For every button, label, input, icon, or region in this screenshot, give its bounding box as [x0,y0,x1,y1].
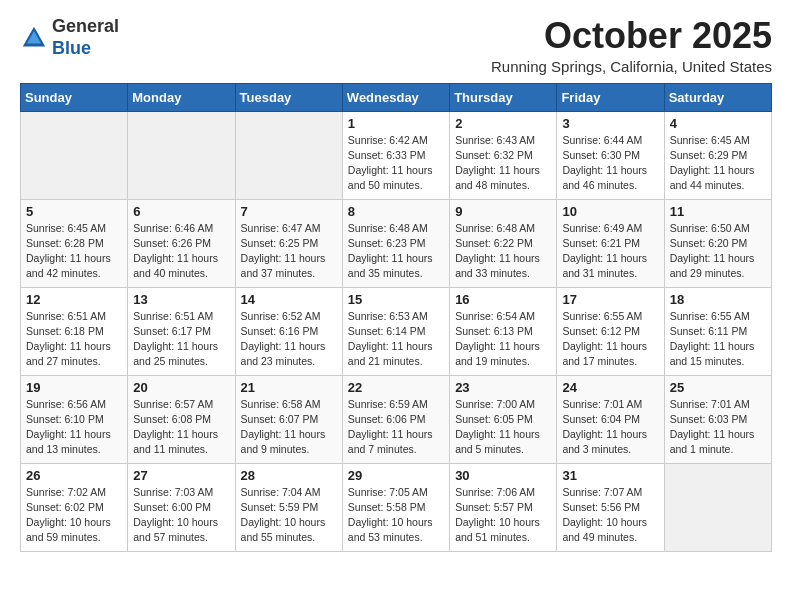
calendar-cell: 11Sunrise: 6:50 AM Sunset: 6:20 PM Dayli… [664,199,771,287]
day-number: 23 [455,380,551,395]
logo: General Blue [20,16,119,59]
header-friday: Friday [557,83,664,111]
day-info: Sunrise: 6:54 AM Sunset: 6:13 PM Dayligh… [455,309,551,370]
day-number: 29 [348,468,444,483]
header-wednesday: Wednesday [342,83,449,111]
day-info: Sunrise: 7:02 AM Sunset: 6:02 PM Dayligh… [26,485,122,546]
calendar-cell: 4Sunrise: 6:45 AM Sunset: 6:29 PM Daylig… [664,111,771,199]
calendar-cell [21,111,128,199]
header-monday: Monday [128,83,235,111]
day-info: Sunrise: 6:48 AM Sunset: 6:23 PM Dayligh… [348,221,444,282]
calendar-cell: 15Sunrise: 6:53 AM Sunset: 6:14 PM Dayli… [342,287,449,375]
day-info: Sunrise: 6:51 AM Sunset: 6:17 PM Dayligh… [133,309,229,370]
day-number: 19 [26,380,122,395]
logo-icon [20,24,48,52]
day-info: Sunrise: 7:00 AM Sunset: 6:05 PM Dayligh… [455,397,551,458]
day-number: 12 [26,292,122,307]
calendar-cell: 5Sunrise: 6:45 AM Sunset: 6:28 PM Daylig… [21,199,128,287]
day-info: Sunrise: 6:46 AM Sunset: 6:26 PM Dayligh… [133,221,229,282]
calendar-cell: 9Sunrise: 6:48 AM Sunset: 6:22 PM Daylig… [450,199,557,287]
calendar-cell: 1Sunrise: 6:42 AM Sunset: 6:33 PM Daylig… [342,111,449,199]
calendar-cell: 28Sunrise: 7:04 AM Sunset: 5:59 PM Dayli… [235,463,342,551]
day-number: 5 [26,204,122,219]
day-number: 21 [241,380,337,395]
calendar-cell: 22Sunrise: 6:59 AM Sunset: 6:06 PM Dayli… [342,375,449,463]
day-info: Sunrise: 7:01 AM Sunset: 6:03 PM Dayligh… [670,397,766,458]
calendar-cell: 30Sunrise: 7:06 AM Sunset: 5:57 PM Dayli… [450,463,557,551]
calendar-cell [235,111,342,199]
day-info: Sunrise: 6:59 AM Sunset: 6:06 PM Dayligh… [348,397,444,458]
day-number: 1 [348,116,444,131]
day-number: 13 [133,292,229,307]
day-info: Sunrise: 6:45 AM Sunset: 6:29 PM Dayligh… [670,133,766,194]
calendar-cell: 21Sunrise: 6:58 AM Sunset: 6:07 PM Dayli… [235,375,342,463]
day-number: 31 [562,468,658,483]
day-info: Sunrise: 6:57 AM Sunset: 6:08 PM Dayligh… [133,397,229,458]
week-row-1: 1Sunrise: 6:42 AM Sunset: 6:33 PM Daylig… [21,111,772,199]
calendar-cell: 8Sunrise: 6:48 AM Sunset: 6:23 PM Daylig… [342,199,449,287]
day-number: 7 [241,204,337,219]
calendar-cell: 2Sunrise: 6:43 AM Sunset: 6:32 PM Daylig… [450,111,557,199]
day-info: Sunrise: 7:05 AM Sunset: 5:58 PM Dayligh… [348,485,444,546]
week-row-5: 26Sunrise: 7:02 AM Sunset: 6:02 PM Dayli… [21,463,772,551]
day-number: 25 [670,380,766,395]
day-number: 8 [348,204,444,219]
calendar-cell: 3Sunrise: 6:44 AM Sunset: 6:30 PM Daylig… [557,111,664,199]
logo-general-text: General [52,16,119,36]
calendar-cell: 10Sunrise: 6:49 AM Sunset: 6:21 PM Dayli… [557,199,664,287]
day-number: 4 [670,116,766,131]
day-info: Sunrise: 6:51 AM Sunset: 6:18 PM Dayligh… [26,309,122,370]
calendar-cell [664,463,771,551]
day-info: Sunrise: 6:50 AM Sunset: 6:20 PM Dayligh… [670,221,766,282]
day-info: Sunrise: 6:58 AM Sunset: 6:07 PM Dayligh… [241,397,337,458]
day-number: 22 [348,380,444,395]
calendar-cell: 20Sunrise: 6:57 AM Sunset: 6:08 PM Dayli… [128,375,235,463]
calendar-cell: 29Sunrise: 7:05 AM Sunset: 5:58 PM Dayli… [342,463,449,551]
day-info: Sunrise: 7:06 AM Sunset: 5:57 PM Dayligh… [455,485,551,546]
day-info: Sunrise: 6:52 AM Sunset: 6:16 PM Dayligh… [241,309,337,370]
day-info: Sunrise: 7:04 AM Sunset: 5:59 PM Dayligh… [241,485,337,546]
day-number: 3 [562,116,658,131]
calendar-cell: 19Sunrise: 6:56 AM Sunset: 6:10 PM Dayli… [21,375,128,463]
calendar-cell: 14Sunrise: 6:52 AM Sunset: 6:16 PM Dayli… [235,287,342,375]
calendar-cell: 24Sunrise: 7:01 AM Sunset: 6:04 PM Dayli… [557,375,664,463]
day-info: Sunrise: 6:43 AM Sunset: 6:32 PM Dayligh… [455,133,551,194]
calendar-cell: 13Sunrise: 6:51 AM Sunset: 6:17 PM Dayli… [128,287,235,375]
calendar-cell [128,111,235,199]
day-number: 10 [562,204,658,219]
day-number: 27 [133,468,229,483]
day-number: 17 [562,292,658,307]
logo-blue-text: Blue [52,38,91,58]
day-number: 9 [455,204,551,219]
calendar-cell: 23Sunrise: 7:00 AM Sunset: 6:05 PM Dayli… [450,375,557,463]
day-info: Sunrise: 6:55 AM Sunset: 6:11 PM Dayligh… [670,309,766,370]
day-number: 6 [133,204,229,219]
day-number: 15 [348,292,444,307]
logo-text: General Blue [52,16,119,59]
header-saturday: Saturday [664,83,771,111]
month-title: October 2025 [491,16,772,56]
calendar-cell: 27Sunrise: 7:03 AM Sunset: 6:00 PM Dayli… [128,463,235,551]
page-header: General Blue October 2025 Running Spring… [20,16,772,75]
day-info: Sunrise: 6:55 AM Sunset: 6:12 PM Dayligh… [562,309,658,370]
day-number: 18 [670,292,766,307]
day-headers-row: Sunday Monday Tuesday Wednesday Thursday… [21,83,772,111]
calendar-cell: 7Sunrise: 6:47 AM Sunset: 6:25 PM Daylig… [235,199,342,287]
week-row-4: 19Sunrise: 6:56 AM Sunset: 6:10 PM Dayli… [21,375,772,463]
day-number: 2 [455,116,551,131]
calendar-cell: 18Sunrise: 6:55 AM Sunset: 6:11 PM Dayli… [664,287,771,375]
day-info: Sunrise: 6:42 AM Sunset: 6:33 PM Dayligh… [348,133,444,194]
week-row-3: 12Sunrise: 6:51 AM Sunset: 6:18 PM Dayli… [21,287,772,375]
calendar-table: Sunday Monday Tuesday Wednesday Thursday… [20,83,772,552]
day-number: 26 [26,468,122,483]
day-number: 30 [455,468,551,483]
calendar-cell: 31Sunrise: 7:07 AM Sunset: 5:56 PM Dayli… [557,463,664,551]
calendar-cell: 16Sunrise: 6:54 AM Sunset: 6:13 PM Dayli… [450,287,557,375]
header-sunday: Sunday [21,83,128,111]
location-subtitle: Running Springs, California, United Stat… [491,58,772,75]
day-info: Sunrise: 6:47 AM Sunset: 6:25 PM Dayligh… [241,221,337,282]
day-info: Sunrise: 7:07 AM Sunset: 5:56 PM Dayligh… [562,485,658,546]
day-number: 20 [133,380,229,395]
header-thursday: Thursday [450,83,557,111]
day-info: Sunrise: 6:56 AM Sunset: 6:10 PM Dayligh… [26,397,122,458]
